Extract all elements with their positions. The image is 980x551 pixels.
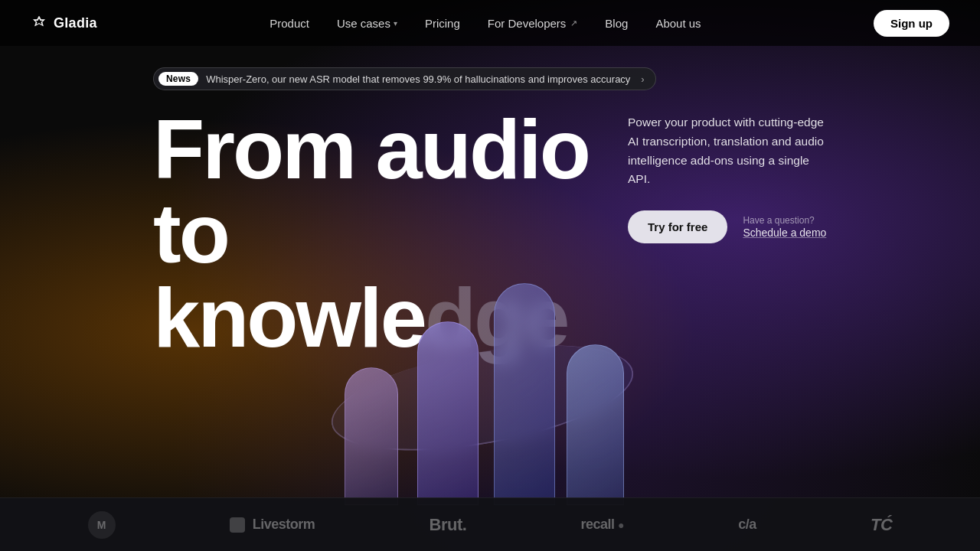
- glass-shapes: [299, 276, 681, 505]
- navbar: Gladia Product Use cases ▾ Pricing For D…: [0, 0, 980, 46]
- nav-link-product[interactable]: Product: [270, 17, 309, 30]
- signup-button[interactable]: Sign up: [874, 10, 949, 37]
- hero-actions: Try for free Have a question? Schedule a…: [628, 210, 827, 243]
- logo-brut: Brut.: [430, 515, 467, 535]
- demo-link-text: Schedule a demo: [743, 227, 826, 239]
- recall-text: recall ●: [581, 517, 625, 533]
- murf-icon: M: [88, 511, 116, 539]
- news-arrow-icon: ›: [641, 73, 644, 85]
- glass-column-3: [494, 283, 555, 505]
- hero-right-panel: Power your product with cutting-edge AI …: [628, 113, 827, 243]
- logo-techcrunch: TĆ: [871, 515, 892, 535]
- news-banner[interactable]: News Whisper-Zero, our new ASR model tha…: [153, 67, 656, 90]
- livestorm-icon: [230, 517, 245, 533]
- logo-icon: [31, 15, 47, 31]
- glass-column-2: [417, 321, 479, 505]
- logo-recall: recall ●: [581, 517, 625, 533]
- news-text: Whisper-Zero, our new ASR model that rem…: [206, 73, 630, 85]
- hero-visual: [299, 276, 681, 505]
- logo-murf: M: [88, 511, 116, 539]
- logo[interactable]: Gladia: [31, 15, 97, 31]
- glass-column-1: [345, 367, 398, 505]
- contentai-text: c/a: [738, 517, 756, 533]
- logo-livestorm: Livestorm: [230, 517, 315, 533]
- nav-link-use-cases[interactable]: Use cases ▾: [337, 17, 397, 30]
- nav-link-pricing[interactable]: Pricing: [425, 17, 460, 30]
- try-for-free-button[interactable]: Try for free: [628, 210, 727, 243]
- logos-bar: M Livestorm Brut. recall ● c/a TĆ: [0, 497, 980, 551]
- livestorm-text: Livestorm: [253, 517, 315, 533]
- glass-column-4: [567, 344, 624, 505]
- techcrunch-text: TĆ: [871, 515, 892, 535]
- headline-line1: From audio to: [153, 102, 589, 280]
- chevron-down-icon: ▾: [394, 19, 397, 28]
- brut-text: Brut.: [430, 515, 467, 535]
- nav-link-about[interactable]: About us: [655, 17, 701, 30]
- schedule-demo-link[interactable]: Have a question? Schedule a demo: [743, 215, 826, 239]
- nav-link-for-developers[interactable]: For Developers ↗: [488, 17, 578, 30]
- logo-contentai: c/a: [738, 517, 756, 533]
- demo-question-text: Have a question?: [743, 215, 826, 226]
- news-tag: News: [158, 72, 198, 86]
- logo-text: Gladia: [54, 15, 97, 31]
- external-link-icon: ↗: [570, 18, 577, 28]
- nav-links: Product Use cases ▾ Pricing For Develope…: [270, 17, 701, 30]
- hero-description: Power your product with cutting-edge AI …: [628, 113, 827, 189]
- nav-link-blog[interactable]: Blog: [605, 17, 628, 30]
